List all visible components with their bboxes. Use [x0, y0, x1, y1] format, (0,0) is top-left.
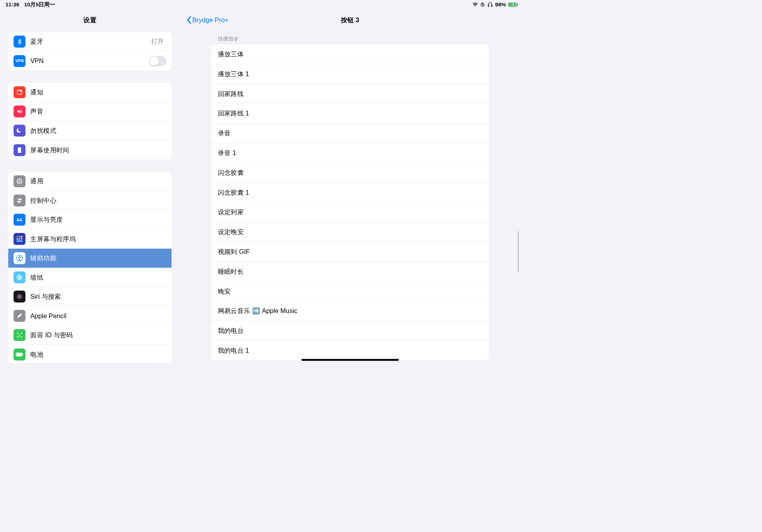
svg-point-29	[20, 334, 20, 335]
status-date: 10月5日周一	[24, 1, 55, 8]
svg-rect-32	[22, 353, 23, 355]
vpn-toggle[interactable]	[149, 56, 166, 66]
chevron-left-icon	[187, 16, 191, 24]
svg-point-27	[19, 296, 20, 297]
back-label: Brydge Pro+	[192, 16, 228, 24]
svg-rect-11	[17, 236, 18, 238]
sidebar-item-label: 勿扰模式	[30, 127, 166, 135]
sidebar-item-label: 控制中心	[30, 196, 166, 205]
general-icon	[13, 175, 25, 187]
sidebar-item-label: 声音	[30, 107, 166, 116]
wifi-icon	[472, 2, 478, 7]
shortcut-item[interactable]: 回家路线 1	[211, 104, 489, 123]
shortcut-item[interactable]: 录音 1	[211, 143, 489, 163]
battery-icon	[13, 348, 25, 360]
sidebar-item-notifications[interactable]: 通知	[8, 83, 171, 102]
status-time: 11:36	[6, 2, 19, 8]
sidebar-item-sounds[interactable]: 声音	[8, 102, 171, 121]
svg-point-6	[19, 181, 20, 182]
settings-sidebar[interactable]: 设置 蓝牙打开VPNVPN通知声音勿扰模式屏幕使用时间通用控制中心AA显示与亮度…	[0, 9, 180, 363]
sidebar-item-dnd[interactable]: 勿扰模式	[8, 121, 171, 140]
headphones-icon	[487, 2, 493, 7]
sidebar-item-value: 打开	[151, 37, 164, 46]
svg-point-10	[20, 202, 21, 203]
shortcut-item[interactable]: 视频到 GIF	[211, 242, 489, 262]
sidebar-item-vpn[interactable]: VPNVPN	[8, 52, 171, 71]
svg-point-19	[19, 256, 20, 257]
shortcut-item[interactable]: 睡眠时长	[211, 262, 489, 282]
sidebar-item-label: 主屏幕与程序坞	[30, 235, 166, 244]
battery-icon	[508, 2, 514, 6]
svg-point-23	[19, 277, 20, 278]
display-icon: AA	[13, 214, 25, 226]
faceid-icon	[13, 329, 25, 341]
sidebar-item-wallpaper[interactable]: 墙纸	[8, 268, 171, 287]
back-button[interactable]: Brydge Pro+	[187, 16, 229, 24]
sidebar-item-faceid[interactable]: 面容 ID 与密码	[8, 326, 171, 345]
sidebar-item-label: 电池	[30, 350, 166, 359]
sidebar-item-accessibility[interactable]: 辅助功能	[8, 249, 171, 268]
controlcenter-icon	[13, 195, 25, 207]
sidebar-item-general[interactable]: 通用	[8, 172, 171, 191]
shortcut-item[interactable]: 播放三体	[211, 44, 489, 64]
svg-point-4	[20, 90, 22, 92]
sidebar-item-label: 通用	[30, 177, 166, 186]
sidebar-item-label: 屏幕使用时间	[30, 146, 166, 154]
home-indicator[interactable]	[301, 359, 399, 361]
shortcut-item[interactable]: 网易云音乐 ➡️ Apple Music	[211, 301, 489, 321]
shortcut-item[interactable]: 设定晚安	[211, 222, 489, 242]
wallpaper-icon	[13, 271, 25, 283]
orientation-lock-icon	[481, 2, 485, 7]
svg-rect-15	[19, 238, 20, 240]
svg-rect-2	[491, 5, 493, 7]
svg-rect-31	[17, 353, 21, 356]
shortcut-item[interactable]: 播放三体 1	[211, 64, 489, 84]
sidebar-item-label: 辅助功能	[30, 254, 166, 263]
sidebar-item-siri[interactable]: Siri 与搜索	[8, 287, 171, 306]
page-title: 按钮 3	[341, 16, 359, 25]
shortcut-item[interactable]: 回家路线	[211, 84, 489, 104]
shortcut-item[interactable]: 我的电台	[211, 321, 489, 341]
svg-rect-12	[19, 236, 20, 238]
notifications-icon	[13, 86, 25, 98]
shortcuts-list: 播放三体播放三体 1回家路线回家路线 1录音录音 1闪念胶囊闪念胶囊 1设定到家…	[211, 44, 489, 360]
shortcut-item[interactable]: 闪念胶囊	[211, 163, 489, 183]
screentime-icon	[13, 144, 25, 156]
main-panel: Brydge Pro+ 按钮 3 快捷指令 播放三体播放三体 1回家路线回家路线…	[180, 9, 520, 363]
sidebar-item-label: Siri 与搜索	[30, 292, 166, 301]
sidebar-item-label: 墙纸	[30, 273, 166, 282]
sidebar-item-label: 蓝牙	[30, 37, 151, 46]
sidebar-item-label: 通知	[30, 88, 166, 97]
svg-point-28	[18, 334, 19, 335]
sounds-icon	[13, 106, 25, 117]
shortcut-item[interactable]: 录音	[211, 123, 489, 143]
sidebar-item-battery[interactable]: 电池	[8, 345, 171, 363]
section-header: 快捷指令	[180, 31, 520, 44]
sidebar-item-label: Apple Pencil	[30, 312, 166, 320]
svg-point-8	[18, 199, 19, 200]
shortcut-item[interactable]: 闪念胶囊 1	[211, 183, 489, 203]
scroll-indicator[interactable]	[518, 231, 519, 272]
homescreen-icon	[13, 233, 25, 245]
sidebar-item-label: 面容 ID 与密码	[30, 331, 166, 340]
sidebar-item-label: VPN	[30, 57, 149, 65]
sidebar-item-controlcenter[interactable]: 控制中心	[8, 191, 171, 210]
sidebar-item-pencil[interactable]: Apple Pencil	[8, 306, 171, 325]
sidebar-item-screentime[interactable]: 屏幕使用时间	[8, 140, 171, 159]
sidebar-item-display[interactable]: AA显示与亮度	[8, 210, 171, 229]
accessibility-icon	[13, 252, 25, 264]
pencil-icon	[13, 310, 25, 322]
sidebar-title: 设置	[0, 9, 180, 32]
battery-percent: 98%	[495, 2, 506, 8]
sidebar-item-bluetooth[interactable]: 蓝牙打开	[8, 32, 171, 51]
sidebar-item-homescreen[interactable]: 主屏幕与程序坞	[8, 230, 171, 249]
status-bar: 11:36 10月5日周一 98%	[0, 0, 520, 9]
svg-rect-16	[21, 238, 23, 240]
svg-rect-17	[17, 240, 23, 242]
shortcut-item[interactable]: 我的电台 1	[211, 341, 489, 360]
shortcut-item[interactable]: 设定到家	[211, 202, 489, 222]
shortcut-item[interactable]: 晚安	[211, 282, 489, 302]
vpn-icon: VPN	[13, 55, 25, 67]
dnd-icon	[13, 125, 25, 137]
svg-rect-14	[17, 238, 18, 240]
